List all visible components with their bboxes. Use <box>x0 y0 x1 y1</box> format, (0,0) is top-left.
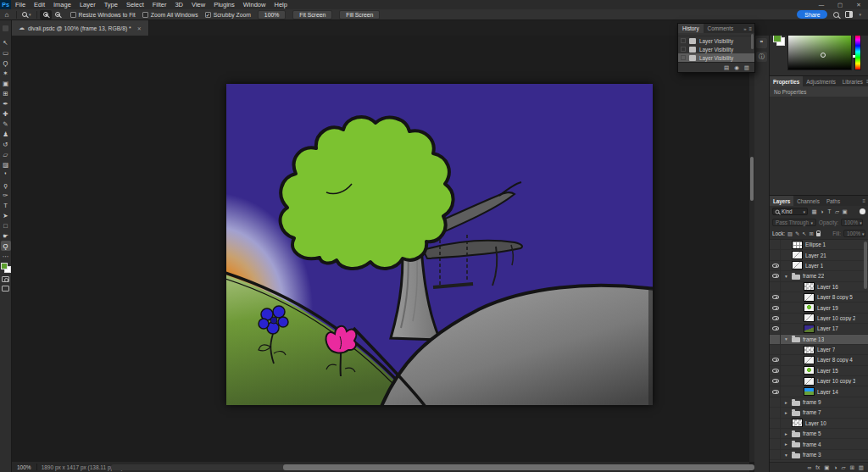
saturation-brightness-field[interactable] <box>787 33 852 70</box>
layer-name[interactable]: frame 13 <box>803 336 824 342</box>
canvas-area[interactable] <box>12 36 749 462</box>
panel-tab[interactable]: Adjustments <box>803 76 839 86</box>
padlock-icon[interactable] <box>816 233 821 236</box>
group-chevron-icon[interactable]: ▸ <box>783 400 789 405</box>
tool-button[interactable]: ✒ <box>1 98 11 108</box>
collapsed-panel-icon[interactable]: ⓘ <box>756 52 767 62</box>
layer-row[interactable]: Layer 8 copy 4 <box>770 355 868 365</box>
hue-marker[interactable] <box>853 55 855 58</box>
menu-item[interactable]: View <box>187 0 209 9</box>
panel-menu-icon[interactable]: ≡ <box>748 26 752 31</box>
workspace-icon[interactable] <box>845 11 853 18</box>
vertical-scrollbar-thumb[interactable] <box>750 157 754 201</box>
option-checkbox[interactable]: Scrubby Zoom <box>205 12 251 18</box>
layer-thumbnail[interactable] <box>804 325 815 333</box>
visibility-toggle[interactable] <box>771 366 781 375</box>
filter-icon[interactable]: ◑ <box>818 208 826 215</box>
layer-name[interactable]: frame 5 <box>803 430 821 436</box>
tool-button[interactable]: ⋯ <box>1 251 11 261</box>
layer-name[interactable]: Layer 8 copy 4 <box>817 357 853 363</box>
history-entry[interactable]: Layer Visibility <box>678 36 754 45</box>
foreground-color-swatch[interactable] <box>1 263 8 269</box>
fill-dropdown[interactable]: 100% ▾ <box>843 230 865 237</box>
filter-icon[interactable]: ▱ <box>833 208 841 215</box>
menu-item[interactable]: Help <box>270 0 291 9</box>
document-tab[interactable]: ☁ divali.psdc @ 100% (frame 13, RGB/8) *… <box>12 20 149 36</box>
option-checkbox[interactable]: Resize Windows to Fit <box>70 12 136 18</box>
layer-thumbnail[interactable] <box>804 303 815 312</box>
tool-button[interactable]: ✶ <box>1 68 11 78</box>
layer-row[interactable]: Layer 17 <box>770 324 868 334</box>
layer-row[interactable]: Layer 7 <box>770 345 868 355</box>
visibility-toggle[interactable] <box>771 408 781 417</box>
menu-item[interactable]: Filter <box>148 0 171 9</box>
layer-name[interactable]: Layer 21 <box>805 253 826 258</box>
group-chevron-icon[interactable]: ▾ <box>783 336 789 342</box>
layer-row[interactable]: Layer 21 <box>770 250 868 260</box>
tool-button[interactable]: T <box>1 200 11 210</box>
chevron-down-icon[interactable]: ▾ <box>859 12 861 17</box>
layer-name[interactable]: Layer 10 <box>805 420 826 426</box>
layer-name[interactable]: frame 7 <box>803 409 821 415</box>
layer-name[interactable]: Layer 10 copy 2 <box>817 315 855 321</box>
zoom-out-button[interactable] <box>52 10 64 19</box>
visibility-toggle[interactable] <box>771 386 781 396</box>
visibility-toggle[interactable] <box>771 250 781 259</box>
panel-tab[interactable]: Channels <box>793 196 823 206</box>
visibility-toggle[interactable] <box>771 261 781 270</box>
visibility-toggle[interactable] <box>771 314 781 323</box>
tool-button[interactable]: ♟ <box>1 129 11 139</box>
menu-item[interactable]: Type <box>100 0 122 9</box>
layer-row[interactable]: Layer 10 copy 2 <box>770 314 868 324</box>
blend-mode-dropdown[interactable]: Pass Through ▾ <box>772 219 816 226</box>
layers-footer-icon[interactable]: ▥ <box>859 464 864 471</box>
zoom-in-button[interactable] <box>40 10 52 19</box>
layer-row[interactable]: ▾ frame 13 <box>770 335 868 345</box>
layer-row[interactable]: Layer 8 copy 5 <box>770 292 868 303</box>
visibility-toggle[interactable] <box>771 376 781 386</box>
tool-button[interactable]: ▱ <box>1 149 11 159</box>
layer-thumbnail[interactable] <box>804 314 815 322</box>
layer-row[interactable]: Ellipse 1 <box>770 240 868 250</box>
color-swatch-pair[interactable] <box>773 34 785 46</box>
menu-item[interactable]: Layer <box>75 0 100 9</box>
layer-name[interactable]: Layer 14 <box>817 389 838 395</box>
menu-item[interactable]: File <box>11 0 30 9</box>
color-swatches[interactable] <box>1 263 11 273</box>
layers-scrollbar-thumb[interactable] <box>864 242 867 289</box>
layer-row[interactable]: Layer 10 copy 3 <box>770 376 868 386</box>
visibility-toggle[interactable] <box>771 397 781 407</box>
layer-row[interactable]: ▸ frame 5 <box>770 429 868 439</box>
panel-tab[interactable]: Paths <box>823 196 843 206</box>
history-footer-icon[interactable]: ▥ <box>744 64 749 71</box>
visibility-toggle[interactable] <box>771 292 781 302</box>
layers-footer-icon[interactable]: ◑ <box>833 464 837 471</box>
lock-icon[interactable]: ▨ <box>787 230 793 236</box>
tool-button[interactable]: ➤ <box>1 210 11 220</box>
layer-thumbnail[interactable] <box>792 241 803 249</box>
tool-button[interactable]: ✎ <box>1 119 11 129</box>
panel-tab[interactable]: Libraries <box>839 76 866 86</box>
opacity-dropdown[interactable]: 100% ▾ <box>841 219 863 226</box>
layer-name[interactable]: Layer 1 <box>805 263 823 269</box>
visibility-toggle[interactable] <box>771 324 781 333</box>
layer-row[interactable]: Layer 1 <box>770 261 868 271</box>
layer-thumbnail[interactable] <box>804 387 815 396</box>
history-brush-source-checkbox[interactable] <box>681 38 686 43</box>
layer-row[interactable]: Layer 10 <box>770 419 868 429</box>
history-scrollbar-thumb[interactable] <box>751 34 754 49</box>
layer-name[interactable]: frame 9 <box>803 399 821 405</box>
filter-icon[interactable]: ▣ <box>841 208 849 215</box>
layer-name[interactable]: frame 3 <box>803 452 821 458</box>
panel-tab[interactable]: Properties <box>770 76 803 86</box>
lock-icon[interactable]: ✎ <box>795 230 799 236</box>
visibility-toggle[interactable] <box>771 282 781 292</box>
layers-footer-icon[interactable]: ▱ <box>841 464 845 471</box>
kind-filter-dropdown[interactable]: Kind ▾ <box>772 208 808 215</box>
group-chevron-icon[interactable]: ▸ <box>783 441 789 447</box>
lock-icon[interactable]: ↖ <box>802 230 806 236</box>
history-footer-icon[interactable]: ▤ <box>724 64 729 71</box>
history-brush-source-checkbox[interactable] <box>681 55 686 60</box>
layer-name[interactable]: Layer 17 <box>817 325 838 331</box>
screen-mode-icon[interactable] <box>2 286 9 292</box>
